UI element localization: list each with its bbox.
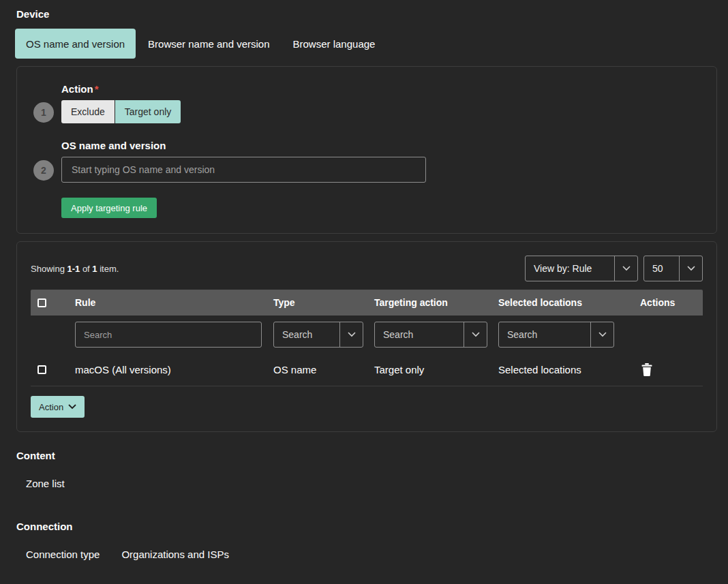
trash-icon: [641, 363, 652, 376]
bulk-action-label: Action: [39, 402, 63, 412]
row-actions-cell: [640, 363, 703, 376]
chevron-down-icon: [679, 256, 702, 281]
showing-suffix: item.: [97, 264, 119, 274]
row-rule-value: macOS (All versions): [75, 364, 273, 375]
tab-browser-name-and-version[interactable]: Browser name and version: [137, 29, 280, 59]
apply-targeting-rule-button[interactable]: Apply targeting rule: [61, 198, 157, 218]
delete-rule-button[interactable]: [641, 363, 652, 376]
chevron-down-icon: [464, 322, 487, 347]
row-type-value: OS name: [273, 364, 374, 375]
content-subnav: Zone list: [16, 478, 717, 489]
row-targeting-value: Target only: [374, 364, 498, 375]
table-row: macOS (All versions) OS name Target only…: [31, 354, 703, 386]
header-checkbox-cell: [31, 298, 75, 307]
page-size-select[interactable]: 50: [643, 256, 703, 281]
chevron-down-icon: [68, 404, 76, 410]
table-header-row: Rule Type Targeting action Selected loca…: [31, 290, 703, 316]
showing-of: of: [80, 264, 92, 274]
tab-browser-language[interactable]: Browser language: [282, 29, 386, 59]
row-checkbox[interactable]: [37, 365, 46, 374]
connection-heading: Connection: [16, 521, 717, 532]
showing-prefix: Showing: [31, 264, 67, 274]
exclude-toggle-button[interactable]: Exclude: [61, 100, 115, 123]
column-rule: Rule: [75, 297, 273, 308]
rule-search-input[interactable]: [75, 322, 262, 348]
rules-table-panel: Showing 1-1 of 1 item. View by: Rule 50 …: [16, 241, 717, 432]
os-name-label: OS name and version: [61, 140, 426, 151]
filter-targeting-cell: Search: [374, 322, 498, 348]
step-os-name: 2 OS name and version: [33, 140, 700, 183]
chevron-down-icon: [590, 322, 613, 347]
locations-filter-value: Search: [499, 322, 590, 347]
device-tabs: OS name and version Browser name and ver…: [15, 29, 717, 59]
tab-zone-list[interactable]: Zone list: [26, 478, 65, 489]
showing-range: 1-1: [67, 264, 80, 274]
action-label: Action*: [61, 83, 181, 95]
row-checkbox-cell: [31, 365, 75, 374]
page-size-value: 50: [644, 256, 679, 281]
column-actions: Actions: [640, 297, 703, 308]
locations-filter-select[interactable]: Search: [498, 322, 614, 348]
toolbar-controls: View by: Rule 50: [525, 256, 703, 281]
step-2-body: OS name and version: [61, 140, 426, 183]
tab-os-name-and-version[interactable]: OS name and version: [15, 29, 136, 59]
type-filter-value: Search: [274, 322, 339, 347]
select-all-checkbox[interactable]: [37, 298, 46, 307]
chevron-down-icon: [614, 256, 637, 281]
filter-locations-cell: Search: [498, 322, 640, 348]
step-action: 1 Action* Exclude Target only: [33, 83, 700, 123]
table-filter-row: Search Search Search: [31, 316, 703, 354]
action-toggle-group: Exclude Target only: [61, 100, 181, 123]
column-selected-locations: Selected locations: [498, 297, 640, 308]
tab-organizations-and-isps[interactable]: Organizations and ISPs: [121, 549, 229, 560]
action-label-text: Action: [61, 83, 93, 95]
bulk-action-button[interactable]: Action: [31, 396, 85, 418]
step-2-badge: 2: [33, 160, 54, 181]
column-targeting-action: Targeting action: [374, 297, 498, 308]
target-only-toggle-button[interactable]: Target only: [115, 100, 181, 123]
targeting-filter-value: Search: [375, 322, 464, 347]
filter-rule-cell: [75, 322, 273, 348]
device-heading: Device: [16, 8, 717, 20]
table-toolbar: Showing 1-1 of 1 item. View by: Rule 50: [31, 256, 703, 281]
content-heading: Content: [16, 450, 717, 461]
targeting-rule-form-panel: 1 Action* Exclude Target only 2 OS name …: [16, 66, 717, 234]
os-name-input[interactable]: [61, 157, 426, 183]
connection-subnav: Connection type Organizations and ISPs: [16, 549, 717, 560]
required-asterisk: *: [95, 83, 99, 95]
targeting-filter-select[interactable]: Search: [374, 322, 487, 348]
view-by-value: View by: Rule: [526, 256, 614, 281]
filter-type-cell: Search: [273, 322, 374, 348]
view-by-select[interactable]: View by: Rule: [525, 256, 638, 281]
selected-locations-link[interactable]: Selected locations: [498, 364, 640, 375]
step-1-badge: 1: [33, 102, 54, 123]
chevron-down-icon: [339, 322, 363, 347]
step-1-body: Action* Exclude Target only: [61, 83, 181, 123]
type-filter-select[interactable]: Search: [273, 322, 363, 348]
showing-summary: Showing 1-1 of 1 item.: [31, 264, 119, 274]
showing-count: 1: [92, 264, 97, 274]
column-type: Type: [273, 297, 374, 308]
tab-connection-type[interactable]: Connection type: [26, 549, 100, 560]
